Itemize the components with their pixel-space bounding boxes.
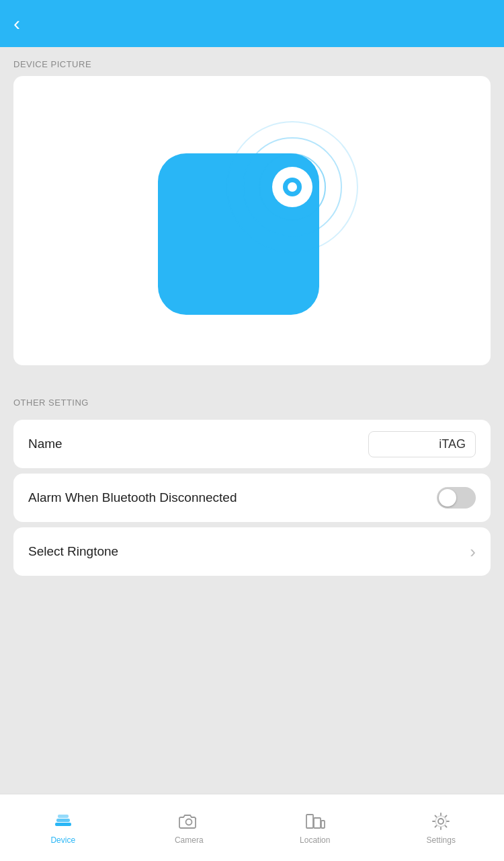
name-card: Name	[13, 420, 491, 468]
svg-point-3	[186, 819, 192, 825]
alarm-label: Alarm When Bluetooth Disconnected	[28, 490, 237, 505]
ring-inner	[283, 178, 302, 196]
signal-ring-1	[272, 167, 312, 207]
ringtone-label: Select Ringtone	[28, 544, 118, 559]
nav-label-device: Device	[50, 835, 75, 845]
svg-rect-5	[306, 815, 313, 828]
svg-rect-6	[314, 818, 321, 828]
nav-item-location[interactable]: Location	[252, 811, 378, 845]
device-icon	[52, 811, 74, 832]
name-input[interactable]	[368, 431, 476, 457]
itag-illustration	[144, 113, 360, 328]
ring-dot	[288, 182, 297, 192]
toggle-thumb	[439, 489, 456, 507]
svg-rect-7	[321, 821, 325, 828]
device-picture-label: DEVICE PICTURE	[0, 47, 504, 76]
svg-point-4	[195, 818, 196, 819]
header: ‹	[0, 0, 504, 47]
svg-point-8	[438, 819, 444, 824]
device-picture-card	[13, 76, 491, 365]
settings-icon	[430, 811, 452, 832]
svg-rect-1	[56, 819, 70, 822]
nav-item-settings[interactable]: Settings	[378, 811, 505, 845]
location-icon	[304, 811, 326, 832]
nav-item-device[interactable]: Device	[0, 811, 126, 845]
other-setting-label: OTHER SETTING	[0, 385, 504, 414]
name-row: Name	[13, 420, 491, 468]
camera-icon	[178, 811, 200, 832]
main-content: DEVICE PICTURE OTHER SETTING Na	[0, 47, 504, 794]
ringtone-card[interactable]: Select Ringtone ›	[13, 527, 491, 576]
signal-rings	[225, 120, 360, 254]
alarm-card: Alarm When Bluetooth Disconnected	[13, 474, 491, 522]
nav-label-camera: Camera	[175, 835, 204, 845]
other-setting-section: OTHER SETTING Name Alarm When Bluetooth …	[0, 385, 504, 576]
svg-point-9	[435, 816, 446, 827]
bottom-nav: Device Camera Location	[0, 794, 504, 861]
nav-item-camera[interactable]: Camera	[126, 811, 253, 845]
ringtone-row[interactable]: Select Ringtone ›	[13, 527, 491, 576]
ringtone-chevron: ›	[470, 541, 476, 562]
svg-rect-2	[58, 815, 69, 818]
alarm-row: Alarm When Bluetooth Disconnected	[13, 474, 491, 522]
name-label: Name	[28, 437, 62, 451]
nav-label-location: Location	[300, 835, 330, 845]
nav-label-settings: Settings	[427, 835, 456, 845]
alarm-toggle[interactable]	[437, 487, 476, 509]
back-button[interactable]: ‹	[13, 9, 27, 38]
svg-rect-0	[55, 823, 71, 826]
